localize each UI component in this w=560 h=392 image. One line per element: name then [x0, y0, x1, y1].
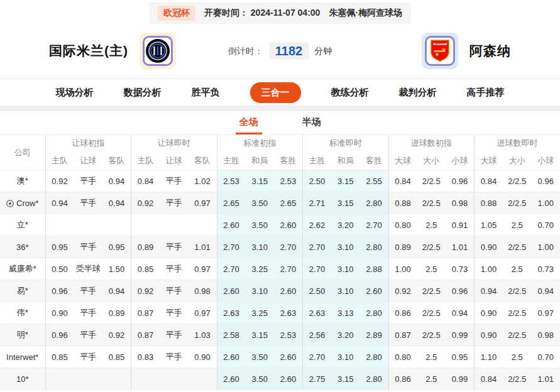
company-cell[interactable]: 威廉希* — [0, 258, 45, 280]
odds-cell-handicap_initial-1: 0.96 — [45, 324, 74, 346]
odds-cell-handicap_initial-3: 0.85 — [102, 346, 131, 368]
odds-cell-handicap_initial-1: 0.95 — [45, 236, 74, 258]
odds-cell-standard_live-3: 2.80 — [360, 192, 389, 214]
company-cell[interactable]: 易* — [0, 280, 45, 302]
odds-cell-goals_initial-1: 1.00 — [388, 258, 417, 280]
odds-cell-goals_initial-3: 0.96 — [446, 170, 475, 192]
odds-cell-handicap_initial-2: 受半球 — [74, 258, 103, 280]
company-cell[interactable]: 伟* — [0, 302, 45, 324]
odds-cell-standard_initial-3: 2.53 — [274, 324, 303, 346]
col-sub-goals_live-3: 小球 — [532, 152, 560, 170]
odds-cell-goals_live-2: 2.5 — [503, 346, 532, 368]
odds-cell-goals_live-1: 0.88 — [475, 192, 503, 214]
odds-row: 威廉希*0.50受半球1.500.85平手0.972.703.252.702.7… — [0, 258, 560, 280]
odds-cell-standard_initial-3: 2.60 — [274, 368, 303, 390]
odds-cell-standard_live-1: 2.56 — [303, 324, 332, 346]
col-sub-goals_initial-1: 大球 — [388, 152, 417, 170]
odds-cell-standard_initial-2: 3.15 — [246, 170, 275, 192]
odds-cell-goals_initial-1: 0.84 — [388, 170, 417, 192]
odds-cell-standard_live-1: 2.50 — [303, 170, 332, 192]
odds-cell-standard_live-3: 2.55 — [360, 170, 389, 192]
company-cell[interactable]: Interwet* — [0, 346, 45, 368]
odds-cell-handicap_initial-3: 0.89 — [102, 302, 131, 324]
company-cell[interactable]: 明* — [0, 324, 45, 346]
odds-cell-goals_live-2: 2/2.5 — [503, 324, 532, 346]
odds-cell-goals_live-1: 1.10 — [475, 346, 503, 368]
odds-cell-handicap_live-1: 0.92 — [131, 192, 160, 214]
odds-cell-goals_initial-2: 2.5 — [417, 346, 446, 368]
soccer-ball-icon — [6, 200, 14, 207]
inter-milan-logo — [140, 33, 176, 69]
odds-cell-standard_live-3: 2.80 — [360, 346, 389, 368]
company-cell[interactable]: 10* — [0, 368, 45, 390]
odds-cell-goals_initial-2: 2/2.5 — [417, 236, 446, 258]
divider-strip — [0, 106, 560, 111]
col-sub-handicap_live-1: 主队 — [131, 152, 160, 170]
odds-cell-handicap_initial-1: 0.96 — [45, 280, 74, 302]
col-sub-goals_initial-3: 小球 — [446, 152, 475, 170]
away-team-name: 阿森纳 — [469, 42, 511, 60]
svg-text:Arsenal: Arsenal — [433, 42, 447, 46]
odds-cell-standard_initial-3: 2.65 — [274, 192, 303, 214]
odds-cell-standard_initial-2: 3.50 — [246, 192, 275, 214]
odds-cell-goals_live-2: 2/2.5 — [503, 192, 532, 214]
odds-cell-handicap_initial-2: 平手 — [74, 236, 103, 258]
odds-cell-goals_initial-1: 0.80 — [388, 346, 417, 368]
odds-cell-standard_live-3: 2.80 — [360, 368, 389, 390]
odds-cell-goals_initial-2: 2/2.5 — [417, 192, 446, 214]
odds-cell-handicap_initial-3 — [102, 214, 131, 236]
col-sub-handicap_initial-1: 主队 — [45, 152, 74, 170]
odds-row: 易*0.96平手0.940.92平手0.982.603.102.602.503.… — [0, 280, 560, 302]
nav-tab-2[interactable]: 数据分析 — [124, 87, 162, 99]
company-cell[interactable]: 36* — [0, 236, 45, 258]
odds-cell-handicap_initial-2: 平手 — [74, 280, 103, 302]
col-sub-handicap_initial-3: 客队 — [102, 152, 131, 170]
league-badge: 欧冠杯 — [158, 6, 195, 21]
odds-cell-standard_live-2: 3.10 — [331, 346, 360, 368]
odds-cell-handicap_initial-2: 平手 — [74, 302, 103, 324]
odds-cell-handicap_live-3: 0.90 — [189, 346, 217, 368]
odds-cell-goals_live-3: 0.98 — [532, 324, 560, 346]
odds-cell-handicap_live-1 — [131, 214, 160, 236]
nav-tab-3[interactable]: 胜平负 — [192, 87, 220, 99]
odds-cell-standard_initial-1: 2.63 — [217, 302, 246, 324]
odds-cell-goals_initial-1: 0.80 — [388, 214, 417, 236]
nav-tab-1[interactable]: 现场分析 — [56, 87, 94, 99]
nav-tab-6[interactable]: 裁判分析 — [399, 87, 437, 99]
odds-cell-goals_initial-2: 2/2.5 — [417, 170, 446, 192]
odds-cell-goals_live-3: 1.01 — [532, 368, 560, 390]
col-sub-handicap_initial-2: 让球 — [74, 152, 103, 170]
odds-cell-handicap_initial-1: 0.94 — [45, 192, 74, 214]
odds-cell-handicap_live-2: 平手 — [160, 346, 189, 368]
odds-cell-handicap_live-2: 平手 — [160, 192, 189, 214]
odds-cell-goals_initial-1: 0.86 — [388, 368, 417, 390]
odds-cell-handicap_live-3: 0.97 — [189, 258, 217, 280]
odds-cell-handicap_live-1: 0.85 — [131, 258, 160, 280]
col-sub-standard_live-1: 主胜 — [303, 152, 332, 170]
odds-cell-handicap_initial-3: 0.92 — [102, 324, 131, 346]
odds-cell-handicap_live-3: 0.98 — [189, 280, 217, 302]
odds-cell-handicap_initial-3: 0.94 — [102, 170, 131, 192]
odds-cell-handicap_live-3: 0.97 — [189, 302, 217, 324]
odds-cell-standard_live-2: 3.15 — [331, 170, 360, 192]
odds-cell-handicap_live-2: 平手 — [160, 258, 189, 280]
subtab-1[interactable]: 全场 — [236, 111, 262, 134]
company-cell[interactable]: 澳* — [0, 170, 45, 192]
away-team: Arsenal 阿森纳 — [422, 33, 511, 69]
odds-cell-standard_initial-3: 2.60 — [274, 346, 303, 368]
odds-cell-handicap_live-1: 0.89 — [131, 236, 160, 258]
subtab-2[interactable]: 半场 — [299, 111, 325, 134]
inter-milan-crest-icon — [143, 36, 173, 66]
odds-cell-goals_live-1: 0.90 — [475, 236, 503, 258]
nav-tab-5[interactable]: 教练分析 — [331, 87, 369, 99]
company-cell[interactable]: Crow* — [0, 192, 45, 214]
nav-tab-7[interactable]: 高手推荐 — [467, 87, 505, 99]
odds-cell-standard_initial-2: 3.50 — [246, 346, 275, 368]
odds-cell-handicap_initial-3: 0.95 — [102, 236, 131, 258]
company-cell[interactable]: 立* — [0, 214, 45, 236]
odds-cell-handicap_live-1: 0.87 — [131, 302, 160, 324]
countdown-value: 1182 — [269, 43, 309, 60]
odds-cell-standard_initial-2: 3.25 — [246, 258, 275, 280]
odds-cell-standard_live-1: 2.62 — [303, 214, 332, 236]
nav-tab-4[interactable]: 三合一 — [250, 82, 301, 103]
